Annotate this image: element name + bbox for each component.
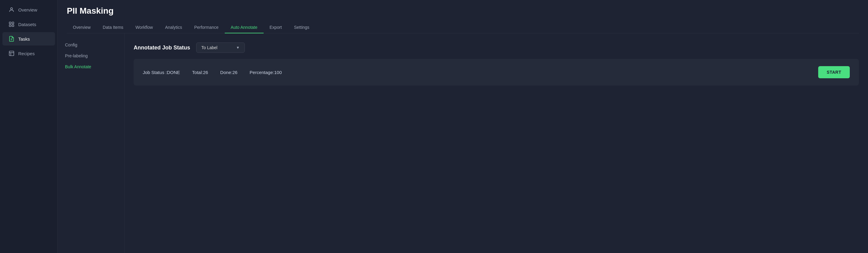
tab-auto-annotate[interactable]: Auto Annotate [225,22,264,33]
sidebar-item-datasets[interactable]: Datasets [2,17,55,31]
total-text: Total:26 [192,70,208,75]
sidebar-item-label-datasets: Datasets [18,22,36,27]
sidebar-item-tasks[interactable]: Tasks [2,32,55,45]
sidebar-item-label-tasks: Tasks [18,36,30,42]
sidebar-item-label-overview: Overview [18,7,37,12]
page-title: PII Masking [67,6,859,16]
svg-rect-4 [12,25,14,27]
tab-workflow[interactable]: Workflow [129,22,159,33]
dropdown-value: To Label [202,45,217,50]
tab-settings[interactable]: Settings [288,22,315,33]
recipes-icon [8,50,14,57]
main-panel: Annotated Job Status To Label ▼ Job Stat… [125,33,868,253]
svg-rect-7 [9,51,14,56]
status-card: Job Status :DONE Total:26 Done:26 Percen… [134,59,859,85]
done-text: Done:26 [220,70,238,75]
sub-sidebar-item-config[interactable]: Config [58,39,124,50]
percentage-text: Percentage:100 [250,70,282,75]
job-status-text: Job Status :DONE [143,70,180,75]
chevron-down-icon: ▼ [236,45,240,50]
sidebar-item-overview[interactable]: Overview [2,3,55,16]
main-area: PII Masking Overview Data Items Workflow… [58,0,868,253]
datasets-icon [8,21,14,27]
sub-sidebar-item-bulk-annotate[interactable]: Bulk Annotate [58,61,124,72]
svg-rect-1 [9,22,11,24]
header: PII Masking Overview Data Items Workflow… [58,0,868,33]
svg-rect-2 [12,22,14,24]
sidebar-item-label-recipes: Recipes [18,51,35,56]
tab-export[interactable]: Export [264,22,288,33]
start-button[interactable]: START [818,66,850,78]
tab-analytics[interactable]: Analytics [159,22,188,33]
sidebar-item-recipes[interactable]: Recipes [2,47,55,60]
svg-rect-3 [9,25,11,27]
tab-overview[interactable]: Overview [67,22,97,33]
tab-bar: Overview Data Items Workflow Analytics P… [67,22,859,33]
svg-point-0 [11,8,13,10]
section-header: Annotated Job Status To Label ▼ [134,42,859,53]
tab-data-items[interactable]: Data Items [97,22,129,33]
sidebar: Overview Datasets Tasks [0,0,58,253]
sub-sidebar-item-pre-labeling[interactable]: Pre-labeling [58,50,124,61]
tab-performance[interactable]: Performance [188,22,224,33]
person-icon [8,7,14,13]
section-title: Annotated Job Status [134,45,190,51]
tasks-icon [8,36,14,42]
content-area: Config Pre-labeling Bulk Annotate Annota… [58,33,868,253]
status-dropdown[interactable]: To Label ▼ [196,42,245,53]
sub-sidebar: Config Pre-labeling Bulk Annotate [58,33,125,253]
